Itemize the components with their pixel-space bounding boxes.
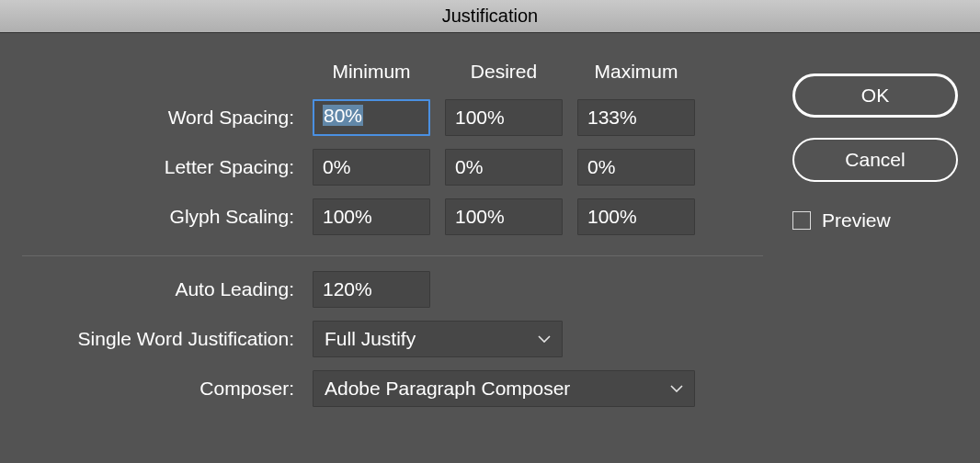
word-spacing-max-input[interactable] (577, 99, 695, 136)
preview-checkbox-row[interactable]: Preview (792, 209, 958, 232)
ok-button[interactable]: OK (792, 73, 958, 118)
letter-spacing-min-input[interactable] (313, 149, 430, 186)
dialog-body: Minimum Desired Maximum Word Spacing: 80… (0, 33, 980, 429)
dialog-title: Justification (442, 6, 539, 27)
cancel-button[interactable]: Cancel (792, 138, 958, 182)
glyph-scaling-des-input[interactable] (445, 198, 563, 235)
word-spacing-min-input[interactable]: 80% (313, 99, 430, 136)
col-header-minimum: Minimum (313, 61, 430, 86)
chevron-down-icon (670, 385, 683, 392)
composer-label: Composer: (22, 378, 298, 400)
letter-spacing-max-input[interactable] (577, 149, 695, 186)
spacing-grid: Minimum Desired Maximum Word Spacing: 80… (22, 61, 763, 235)
col-header-maximum: Maximum (577, 61, 695, 86)
glyph-scaling-max-input[interactable] (577, 198, 695, 235)
col-header-desired: Desired (445, 61, 563, 86)
chevron-down-icon (538, 335, 551, 343)
word-spacing-des-input[interactable] (445, 99, 563, 136)
single-word-select[interactable]: Full Justify (313, 321, 563, 357)
side-column: OK Cancel Preview (792, 61, 958, 407)
word-spacing-label: Word Spacing: (22, 107, 298, 129)
preview-checkbox[interactable] (792, 211, 811, 230)
separator (22, 255, 763, 256)
titlebar: Justification (0, 0, 980, 33)
glyph-scaling-label: Glyph Scaling: (22, 206, 298, 228)
letter-spacing-des-input[interactable] (445, 149, 563, 186)
preview-label: Preview (822, 209, 891, 232)
lower-grid: Auto Leading: Single Word Justification:… (22, 271, 763, 407)
single-word-value: Full Justify (325, 328, 416, 350)
letter-spacing-label: Letter Spacing: (22, 156, 298, 178)
auto-leading-label: Auto Leading: (22, 278, 298, 300)
composer-value: Adobe Paragraph Composer (325, 378, 570, 400)
single-word-label: Single Word Justification: (22, 328, 298, 350)
auto-leading-input[interactable] (313, 271, 430, 308)
main-column: Minimum Desired Maximum Word Spacing: 80… (22, 61, 763, 407)
composer-select[interactable]: Adobe Paragraph Composer (313, 370, 695, 407)
glyph-scaling-min-input[interactable] (313, 198, 430, 235)
